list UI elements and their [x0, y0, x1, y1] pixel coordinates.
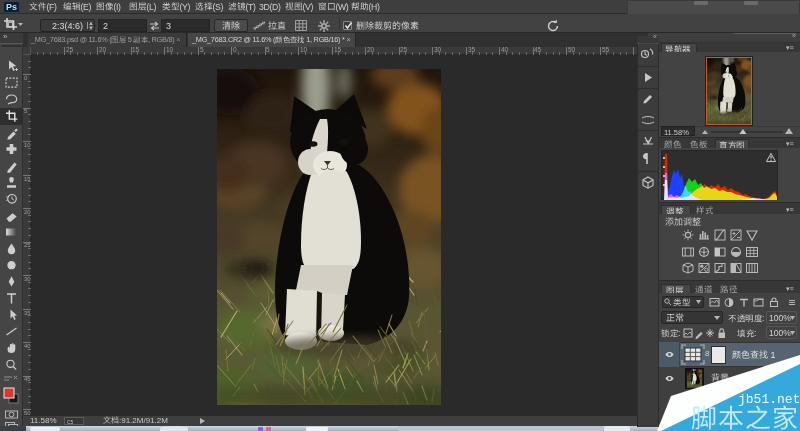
svg-text:jb51.net: jb51.net — [738, 392, 800, 407]
